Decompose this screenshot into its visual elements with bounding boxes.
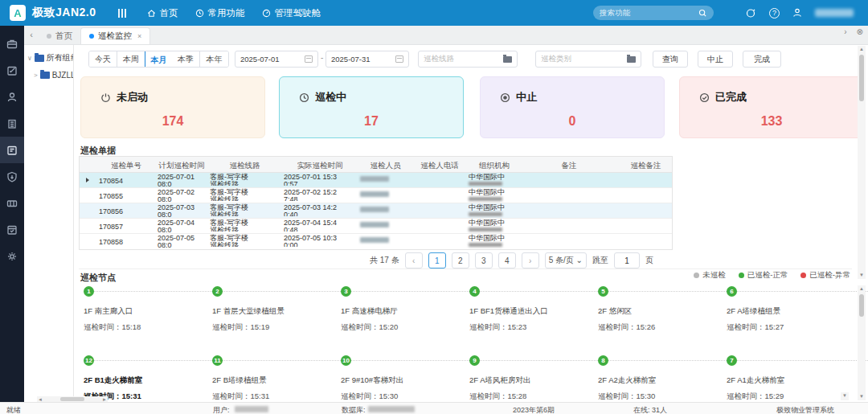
page-button-2[interactable]: 2: [452, 252, 469, 268]
folder-picker-icon[interactable]: [503, 56, 512, 63]
tab-close-all-icon[interactable]: ⊗: [857, 27, 863, 36]
tab-home[interactable]: 首页: [39, 27, 80, 44]
inspector-redacted: [360, 191, 389, 197]
card-not-started[interactable]: 未启动 174: [80, 76, 265, 138]
menu-collapse-icon[interactable]: [118, 9, 126, 18]
range-year-button[interactable]: 本年: [200, 51, 228, 67]
chevron-down-icon[interactable]: ∨: [27, 55, 32, 62]
rail-idcard-icon[interactable]: [0, 137, 24, 163]
help-icon[interactable]: ?: [769, 8, 780, 18]
user-icon[interactable]: [792, 8, 802, 18]
route-filter-input[interactable]: 巡检线路: [418, 51, 518, 68]
username-redacted[interactable]: [815, 9, 854, 17]
scrollbar-thumb[interactable]: [859, 55, 864, 101]
tab-inspection-monitor[interactable]: 巡检监控 ×: [80, 27, 150, 44]
card-inspecting[interactable]: 巡检中 17: [279, 76, 464, 138]
date-to-input[interactable]: 2025-07-31: [326, 51, 409, 68]
node-item[interactable]: 5 2F 悠闲区 巡检时间：15:26: [598, 286, 726, 333]
abort-button[interactable]: 中止: [698, 51, 733, 68]
table-row[interactable]: 170858 2025-07-05 08:00:00 客服-写字楼巡检线路 20…: [80, 234, 672, 249]
page-vertical-scrollbar[interactable]: ▲ ▼: [858, 46, 866, 279]
node-item[interactable]: 7 2F A1走火梯前室 巡检时间：15:29: [727, 355, 854, 402]
inner-scroll-down[interactable]: ▼: [841, 392, 849, 400]
calendar-icon[interactable]: [395, 55, 403, 63]
search-icon[interactable]: [698, 9, 707, 18]
node-item[interactable]: 8 2F A2走火梯前室 巡检时间：15:30: [598, 355, 726, 402]
table-row[interactable]: 170855 2025-07-02 08:00:00 客服-写字楼巡检线路 20…: [80, 188, 672, 203]
table-row[interactable]: 170857 2025-07-04 08:00:00 客服-写字楼巡检线路 20…: [80, 219, 672, 234]
tree-node-root[interactable]: ∨ 所有组织机: [27, 52, 73, 64]
scroll-up-icon[interactable]: ▲: [859, 285, 864, 293]
rail-building-icon[interactable]: [0, 110, 24, 137]
scrollbar-thumb[interactable]: [859, 294, 864, 317]
rail-user-icon[interactable]: [0, 84, 24, 110]
folder-picker-icon[interactable]: [627, 56, 636, 63]
scroll-down-icon[interactable]: ▼: [842, 392, 847, 400]
page-size-select[interactable]: 5 条/页 ⌄: [545, 252, 587, 268]
calendar-icon[interactable]: [305, 55, 313, 63]
legend-green-dot-icon: [739, 273, 744, 278]
table-row[interactable]: 170854 2025-07-01 08:00:00 客服-写字楼巡检线路 20…: [80, 173, 672, 188]
rail-ticket-icon[interactable]: [0, 190, 24, 216]
node-item[interactable]: 6 2F A塔绿植组景 巡检时间：15:27: [727, 286, 854, 333]
card-completed[interactable]: 已完成 133: [679, 76, 864, 138]
rail-briefcase-icon[interactable]: [0, 31, 24, 57]
nav-common-functions[interactable]: 常用功能: [189, 0, 251, 26]
jump-page-input[interactable]: [614, 252, 640, 268]
chevron-right-icon[interactable]: >: [34, 72, 38, 79]
scroll-left-icon[interactable]: ◄: [37, 397, 43, 402]
node-item[interactable]: 9 2F A塔风柜房对出 巡检时间：15:28: [469, 355, 597, 402]
tab-scroll-right[interactable]: ›: [844, 27, 846, 36]
nodes-vertical-scrollbar[interactable]: ▲ ▼: [858, 285, 866, 400]
node-item[interactable]: 3 1F 高速梯电梯厅 巡检时间：15:20: [341, 286, 469, 333]
card-aborted[interactable]: 中止 0: [480, 76, 665, 138]
node-item[interactable]: 4 1F BF1货梯通道出入口 巡检时间：15:23: [469, 286, 597, 333]
app-window: A 极致JAN2.0 首页 常用功能 管理驾驶舱 搜索功能 ?: [0, 0, 868, 414]
scroll-right-icon[interactable]: ►: [101, 397, 108, 402]
rail-edit-icon[interactable]: [0, 57, 24, 84]
next-page-button[interactable]: ›: [522, 252, 539, 268]
scroll-up-icon[interactable]: ▲: [859, 46, 864, 53]
node-item-current[interactable]: 12 2F B1走火梯前室 巡检时间：15:31: [84, 355, 211, 402]
col-route[interactable]: 巡检线路: [206, 157, 280, 172]
range-month-button[interactable]: 本月: [145, 51, 173, 68]
node-item[interactable]: 10 2F 9#10#客梯对出 巡检时间：15:30: [341, 355, 469, 402]
range-today-button[interactable]: 今天: [89, 51, 117, 67]
col-organization[interactable]: 组织机构: [465, 157, 520, 172]
scroll-down-icon[interactable]: ▼: [859, 272, 864, 279]
scrollbar-thumb[interactable]: [60, 397, 84, 401]
rail-schedule-icon[interactable]: [0, 216, 24, 243]
range-week-button[interactable]: 本周: [117, 51, 145, 67]
complete-button[interactable]: 完成: [743, 51, 781, 68]
search-input[interactable]: 搜索功能: [593, 6, 714, 20]
scroll-down-icon[interactable]: ▼: [859, 393, 864, 400]
category-filter-input[interactable]: 巡检类别: [535, 51, 641, 68]
page-button-3[interactable]: 3: [475, 252, 493, 268]
col-inspector[interactable]: 巡检人员: [356, 157, 411, 172]
col-remark[interactable]: 备注: [520, 157, 614, 172]
tab-scroll-left[interactable]: ‹: [24, 25, 39, 44]
page-button-4[interactable]: 4: [498, 252, 516, 268]
rail-gear-icon[interactable]: [0, 243, 24, 269]
node-item[interactable]: 2 1F 首层大堂绿植组景 巡检时间：15:19: [212, 286, 340, 333]
table-row[interactable]: 170856 2025-07-03 08:00:00 客服-写字楼巡检线路 20…: [80, 203, 672, 219]
rail-shield-download-icon[interactable]: [0, 163, 24, 190]
col-inspector-phone[interactable]: 巡检人电话: [411, 157, 465, 172]
nav-home[interactable]: 首页: [141, 0, 184, 26]
notification-icon[interactable]: [745, 7, 756, 18]
date-from-input[interactable]: 2025-07-01: [235, 51, 318, 68]
tab-close-icon[interactable]: ×: [137, 32, 141, 40]
col-doc-no[interactable]: 巡检单号: [95, 157, 154, 172]
col-inspection-remark[interactable]: 巡检备注: [614, 157, 674, 172]
tree-horizontal-scrollbar[interactable]: ◄ ►: [37, 396, 108, 402]
col-planned-time[interactable]: 计划巡检时间: [154, 157, 206, 172]
tree-node-child[interactable]: > BJZLLH: [34, 71, 73, 80]
node-item[interactable]: 11 2F B塔绿植组景 巡检时间：15:31: [212, 355, 340, 402]
col-actual-time[interactable]: 实际巡检时间: [280, 157, 356, 172]
nav-cockpit[interactable]: 管理驾驶舱: [256, 0, 327, 26]
page-button-1[interactable]: 1: [428, 252, 446, 268]
range-quarter-button[interactable]: 本季: [172, 51, 200, 67]
query-button[interactable]: 查询: [653, 51, 688, 68]
node-item[interactable]: 1 1F 南主廊入口 巡检时间：15:18: [84, 286, 211, 333]
prev-page-button[interactable]: ‹: [405, 252, 423, 268]
